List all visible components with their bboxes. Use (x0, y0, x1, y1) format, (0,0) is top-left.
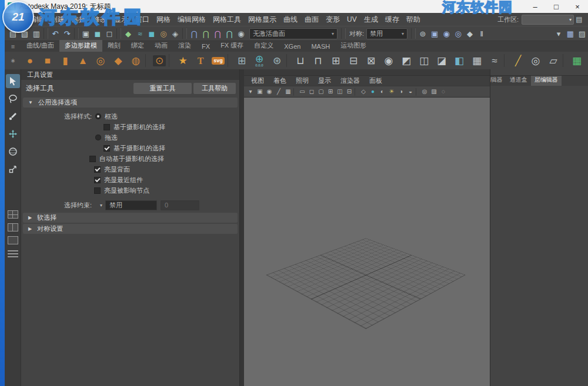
select-hierarchy-mode-icon[interactable]: ▣ (80, 28, 92, 39)
menu-deform[interactable]: 变形 (322, 15, 343, 25)
construction-history-icon[interactable]: ⊚ (417, 28, 429, 39)
render-settings-icon[interactable]: ◆ (464, 28, 476, 39)
mask-handles-icon[interactable]: ◆ (122, 28, 134, 39)
close-button[interactable]: × (567, 0, 588, 13)
shelf-tab-mash[interactable]: MASH (306, 42, 335, 52)
polygon-cone-icon[interactable]: ▲ (74, 52, 92, 69)
mesh-combine-icon[interactable]: ⊔ (292, 52, 309, 69)
shelf-options-icon[interactable]: ∗ (5, 55, 21, 66)
joint-xray-icon[interactable]: ◌ (439, 88, 448, 96)
paint-select-tool-icon[interactable] (6, 109, 20, 123)
shadows-icon[interactable]: ◑ (396, 88, 406, 96)
wireframe-mode-icon[interactable]: ◇ (359, 88, 368, 96)
minimize-button[interactable]: – (524, 0, 546, 13)
grease-pencil-icon[interactable]: ╱ (274, 88, 283, 96)
vp-menu-lighting[interactable]: 照明 (291, 76, 313, 85)
shelf-tab-xgen[interactable]: XGen (279, 42, 306, 52)
marquee-radio[interactable] (95, 113, 101, 119)
vp-menu-panels[interactable]: 面板 (365, 76, 387, 85)
quad-draw-icon[interactable]: ▱ (544, 52, 562, 69)
maximize-button[interactable]: □ (546, 0, 567, 13)
polygon-torus-icon[interactable]: ◎ (92, 52, 109, 69)
select-tool-icon[interactable] (6, 74, 20, 88)
lasso-tool-icon[interactable] (6, 92, 20, 106)
save-scene-icon[interactable]: ▥ (31, 28, 42, 39)
chevron-down-icon[interactable]: ▾ (100, 203, 102, 208)
move-tool-icon[interactable] (6, 127, 20, 141)
boolean-difference-icon[interactable]: ⊟ (345, 52, 362, 69)
ipr-render-icon[interactable]: ◎ (452, 28, 464, 39)
pause-icon[interactable]: ‖ (476, 28, 487, 39)
uv-editor-icon[interactable]: ▦ (568, 52, 586, 69)
menu-select[interactable]: 选择 (68, 15, 89, 25)
symmetry-combo[interactable]: 禁用 ▾ (366, 28, 407, 39)
layout-outliner-button[interactable] (8, 249, 18, 257)
menu-create[interactable]: 创建 (47, 15, 68, 25)
menu-help[interactable]: 帮助 (403, 15, 424, 25)
mask-curves-icon[interactable]: ≈ (134, 28, 146, 39)
workspace-menu-icon[interactable]: ▤ (574, 15, 584, 24)
redo-icon[interactable]: ↷ (61, 28, 73, 39)
snap-to-point-icon[interactable]: ⋂ (212, 28, 223, 39)
panel-divider[interactable] (240, 69, 244, 386)
channel-box-toggle-icon[interactable]: ▦ (564, 28, 576, 39)
menu-mesh-tools[interactable]: 网格工具 (209, 15, 245, 25)
menu-cache[interactable]: 缓存 (382, 15, 403, 25)
camera-based-marquee-checkbox[interactable] (103, 124, 110, 130)
field-chart-icon[interactable]: ⊞ (326, 88, 335, 96)
menu-uv[interactable]: UV (343, 15, 360, 24)
shelf-menu-icon[interactable]: ≡ (5, 41, 21, 52)
polygon-cube-icon[interactable]: ■ (39, 52, 56, 69)
menu-modify[interactable]: 修改 (89, 15, 111, 25)
layout-two-pane-button[interactable] (8, 223, 18, 231)
mesh-mirror-icon[interactable]: ◧ (450, 52, 468, 69)
make-live-icon[interactable]: ◉ (235, 28, 247, 39)
polygon-cylinder-icon[interactable]: ▮ (56, 52, 74, 69)
mesh-bevel-icon[interactable]: ◪ (433, 52, 450, 69)
render-current-frame-icon[interactable]: ◉ (440, 28, 452, 39)
isolate-select-icon[interactable]: ◎ (420, 88, 429, 96)
shelf-tab-animation[interactable]: 动画 (149, 40, 173, 52)
menu-surfaces[interactable]: 曲面 (301, 15, 322, 25)
mask-dynamics-icon[interactable]: ◈ (169, 28, 181, 39)
auto-camera-based-checkbox[interactable] (89, 156, 96, 162)
menu-mesh[interactable]: 网格 (153, 15, 174, 25)
camera-icon[interactable]: ▣ (255, 88, 265, 96)
section-common-selection-options[interactable]: ▼ 公用选择选项 (23, 98, 238, 108)
film-gate-icon[interactable]: ▭ (298, 88, 307, 96)
workspace-select[interactable]: ▾ (522, 15, 574, 25)
menu-edit-mesh[interactable]: 编辑网格 (174, 15, 209, 25)
layout-single-pane-button[interactable] (8, 236, 18, 244)
highlight-backfaces-checkbox[interactable] (94, 166, 101, 173)
tool-settings-title[interactable]: 工具设置 (21, 69, 239, 80)
camera-lock-icon[interactable]: ◉ (265, 88, 274, 96)
scale-tool-icon[interactable] (6, 162, 20, 176)
xray-icon[interactable]: ▨ (429, 88, 439, 96)
vp-menu-shading[interactable]: 着色 (269, 76, 291, 85)
snap-to-plane-icon[interactable]: ⋂ (223, 28, 235, 39)
tab-channel-box-layer-editor[interactable]: 通道盒/层编辑器 (490, 75, 506, 86)
super-shape-icon[interactable]: ⊙ (151, 52, 168, 69)
tool-help-button[interactable]: 工具帮助 (193, 83, 236, 94)
safe-action-icon[interactable]: ◫ (335, 88, 345, 96)
highlight-affected-checkbox[interactable] (94, 187, 101, 194)
shelf-tab-poly-modeling[interactable]: 多边形建模 (59, 40, 102, 52)
polygon-disc-icon[interactable]: ◍ (127, 52, 145, 69)
highlight-nearest-component-checkbox[interactable] (94, 177, 101, 183)
boolean-intersect-icon[interactable]: ⊠ (362, 52, 380, 69)
grid-toggle-icon[interactable]: ▦ (283, 88, 293, 96)
select-object-mode-icon[interactable]: ◼ (92, 28, 103, 39)
snap-origin-icon[interactable]: ⊕0,0,0 (250, 52, 268, 69)
section-soft-selection[interactable]: ▶ 软选择 (23, 213, 238, 223)
target-weld-icon[interactable]: ◎ (527, 52, 544, 69)
vp-menu-show[interactable]: 显示 (313, 76, 336, 85)
menu-windows[interactable]: 窗口 (132, 15, 153, 25)
sidebar-dropdown-icon[interactable]: ▾ (553, 28, 564, 39)
shelf-tab-curves-surfaces[interactable]: 曲线/曲面 (21, 40, 59, 52)
mesh-extrude-icon[interactable]: ◩ (397, 52, 415, 69)
render-view-icon[interactable]: ▣ (429, 28, 440, 39)
reset-tool-button[interactable]: 重置工具 (133, 83, 192, 94)
type-star-icon[interactable]: ★ (174, 52, 192, 69)
safe-title-icon[interactable]: ⊟ (345, 88, 354, 96)
constraint-number-field[interactable]: 0 (161, 200, 199, 210)
